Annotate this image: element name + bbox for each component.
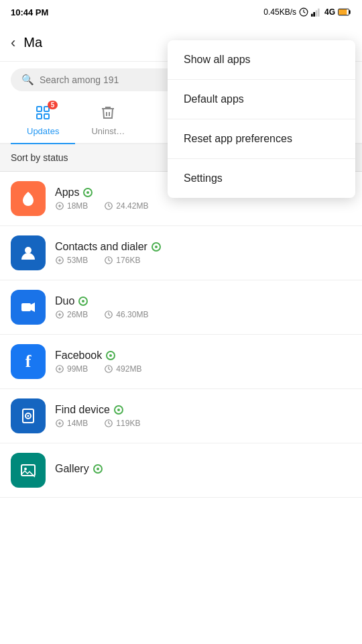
dropdown-item-show-all-apps[interactable]: Show all apps (168, 40, 355, 80)
dropdown-item-settings[interactable]: Settings (168, 159, 355, 198)
dropdown-item-reset-app-preferences[interactable]: Reset app preferences (168, 119, 355, 159)
dropdown-item-default-apps[interactable]: Default apps (168, 80, 355, 119)
dropdown-menu: Show all apps Default apps Reset app pre… (168, 40, 355, 198)
dropdown-overlay: Show all apps Default apps Reset app pre… (0, 0, 362, 644)
